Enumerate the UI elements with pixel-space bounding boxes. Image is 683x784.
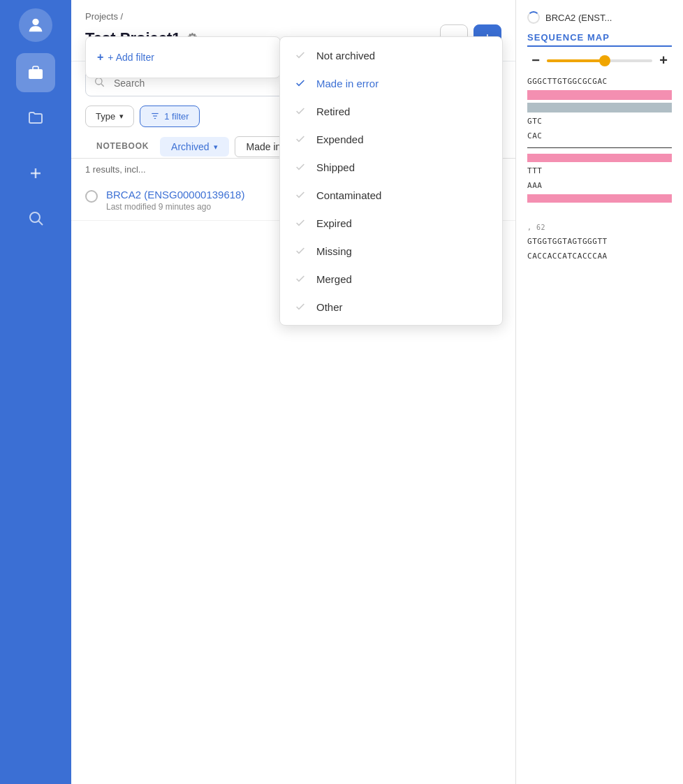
tab-notebook[interactable]: NOTEBOOK xyxy=(85,136,160,158)
status-check-icon-2 xyxy=(294,105,307,117)
svg-line-7 xyxy=(101,84,104,87)
list-item-title[interactable]: BRCA2 (ENSG00000139618) xyxy=(106,189,244,201)
list-item-subtitle: Last modified 9 minutes ago xyxy=(106,202,244,212)
main-panel: Projects / Test Project1 ⚙ → + Type ▾ xyxy=(71,0,515,784)
status-item-shipped[interactable]: Shipped xyxy=(280,153,502,181)
svg-point-6 xyxy=(96,78,102,85)
active-filter-label: 1 filter xyxy=(164,111,189,122)
status-check-icon-7 xyxy=(294,245,307,257)
status-label-0: Not archived xyxy=(316,50,488,61)
status-check-icon-1 xyxy=(294,77,307,89)
status-item-expired[interactable]: Expired xyxy=(280,209,502,237)
seq-bar-pink-3 xyxy=(527,194,672,203)
zoom-plus-button[interactable]: + xyxy=(655,52,672,68)
add-filter-button[interactable]: + + Add filter xyxy=(86,45,280,69)
status-check-icon-5 xyxy=(294,189,307,201)
status-item-made-in-error[interactable]: Made in error xyxy=(280,69,502,97)
sequence-text-6: , 62 xyxy=(516,221,683,234)
status-label-5: Contaminated xyxy=(316,189,488,201)
zoom-slider-thumb[interactable] xyxy=(599,55,610,66)
status-label-1: Made in error xyxy=(316,78,488,89)
type-filter-label: Type xyxy=(96,111,115,122)
status-label-4: Shipped xyxy=(316,161,488,173)
sidebar-item-search[interactable] xyxy=(16,198,55,238)
sidebar-item-folder[interactable] xyxy=(16,98,55,137)
sequence-text-2: GTC xyxy=(516,114,683,129)
zoom-slider-fill xyxy=(547,59,605,62)
sequence-text-7: GTGGTGGTAGTGGGTT xyxy=(516,234,683,249)
status-item-other[interactable]: Other xyxy=(280,293,502,321)
sequence-map-divider xyxy=(527,45,672,47)
seq-bar-pink-2 xyxy=(527,154,672,162)
seq-spacer xyxy=(516,204,683,221)
sidebar-item-briefcase[interactable] xyxy=(16,53,55,92)
status-label-8: Merged xyxy=(316,273,488,285)
svg-rect-1 xyxy=(29,69,43,79)
status-item-contaminated[interactable]: Contaminated xyxy=(280,181,502,209)
right-panel-title: BRCA2 (ENST... xyxy=(545,13,612,23)
type-chevron-icon: ▾ xyxy=(119,112,124,121)
search-icon xyxy=(94,76,105,90)
status-check-icon-4 xyxy=(294,161,307,173)
seq-divider-line xyxy=(527,147,672,148)
status-item-not-archived[interactable]: Not archived xyxy=(280,41,502,69)
status-item-retired[interactable]: Retired xyxy=(280,97,502,125)
status-check-icon-3 xyxy=(294,133,307,145)
status-label-6: Expired xyxy=(316,217,488,229)
sequence-text-3: CAC xyxy=(516,129,683,143)
zoom-controls: − + xyxy=(516,52,683,74)
filter-dropdown-panel: + + Add filter xyxy=(85,36,281,78)
status-check-icon-0 xyxy=(294,49,307,61)
zoom-slider[interactable] xyxy=(547,59,652,62)
svg-point-0 xyxy=(32,19,38,25)
list-item-content: BRCA2 (ENSG00000139618) Last modified 9 … xyxy=(106,189,244,212)
right-panel: BRCA2 (ENST... SEQUENCE MAP − + GGGCTTGT… xyxy=(515,0,683,784)
breadcrumb: Projects / xyxy=(85,11,501,22)
list-item-radio[interactable] xyxy=(85,190,98,203)
sequence-text-1: GGGCTTGTGGCGCGAC xyxy=(516,74,683,89)
status-label-7: Missing xyxy=(316,245,488,257)
sidebar-item-add[interactable] xyxy=(16,154,55,193)
sidebar xyxy=(0,0,71,784)
sequence-map-title: SEQUENCE MAP xyxy=(516,29,683,45)
status-label-2: Retired xyxy=(316,106,488,117)
avatar[interactable] xyxy=(19,8,52,42)
archived-chevron-icon: ▾ xyxy=(214,143,218,152)
active-filter-button[interactable]: 1 filter xyxy=(140,106,199,127)
sequence-text-8: CACCACCATCACCCAA xyxy=(516,249,683,263)
right-panel-header: BRCA2 (ENST... xyxy=(516,0,683,29)
seq-bar-gray-1 xyxy=(527,103,672,112)
zoom-minus-button[interactable]: − xyxy=(527,52,544,68)
status-check-icon-8 xyxy=(294,273,307,285)
status-label-3: Expended xyxy=(316,133,488,145)
type-filter-button[interactable]: Type ▾ xyxy=(85,106,134,127)
status-dropdown-panel: Not archivedMade in errorRetiredExpended… xyxy=(279,36,503,326)
status-check-icon-6 xyxy=(294,217,307,229)
svg-point-4 xyxy=(30,212,40,222)
status-item-expended[interactable]: Expended xyxy=(280,125,502,153)
archived-label: Archived xyxy=(171,141,209,152)
sequence-text-4: TTT xyxy=(516,164,683,178)
status-item-missing[interactable]: Missing xyxy=(280,237,502,265)
archived-filter-button[interactable]: Archived ▾ xyxy=(160,137,228,157)
status-check-icon-9 xyxy=(294,300,307,313)
filter-icon xyxy=(150,111,160,121)
status-item-merged[interactable]: Merged xyxy=(280,265,502,293)
sequence-text-5: AAA xyxy=(516,178,683,193)
loading-spinner xyxy=(527,11,540,24)
svg-line-5 xyxy=(39,222,43,226)
add-filter-label: + Add filter xyxy=(108,52,154,63)
seq-bar-pink-1 xyxy=(527,90,672,100)
add-filter-plus-icon: + xyxy=(97,51,103,64)
status-label-9: Other xyxy=(316,301,488,313)
